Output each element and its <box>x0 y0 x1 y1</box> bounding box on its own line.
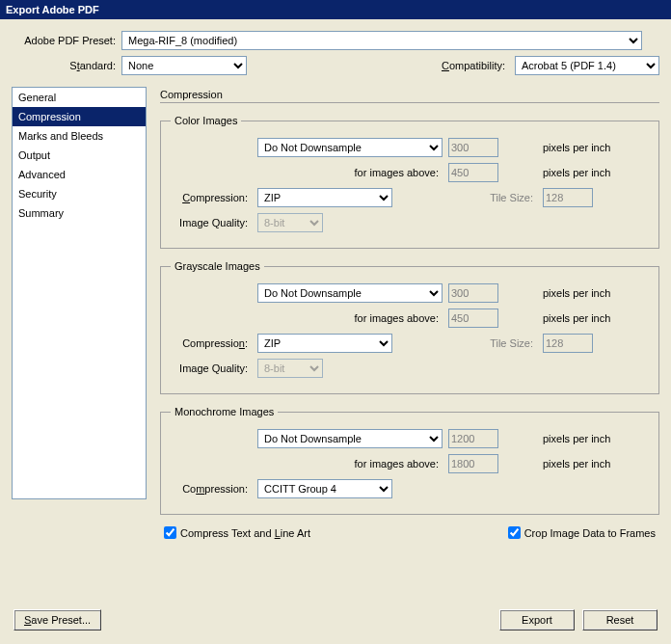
compress-text-checkbox[interactable]: Compress Text and Line Art <box>164 526 310 539</box>
export-button[interactable]: Export <box>499 609 575 631</box>
gray-quality-select: 8-bit <box>257 359 323 378</box>
content-header: Compression <box>160 87 659 103</box>
crop-image-label: Crop Image Data to Frames <box>524 527 656 539</box>
dialog-body: Adobe PDF Preset: Mega-RIF_8 (modified) … <box>0 19 671 644</box>
sidebar-item-output[interactable]: Output <box>13 146 146 165</box>
window-titlebar: Export Adobe PDF <box>0 0 671 19</box>
monochrome-images-group: Monochrome Images Do Not Downsample pixe… <box>160 406 659 515</box>
color-tile-label: Tile Size: <box>448 192 537 203</box>
preset-select[interactable]: Mega-RIF_8 (modified) <box>121 31 642 50</box>
mono-compression-select[interactable]: CCITT Group 4 <box>257 479 392 498</box>
standard-select[interactable]: None <box>121 56 247 75</box>
gray-tile-label: Tile Size: <box>448 337 537 349</box>
gray-unit-label-2: pixels per inch <box>543 312 631 324</box>
color-dpi-input <box>448 138 498 157</box>
gray-compression-label: Compression: <box>171 337 252 349</box>
color-images-legend: Color Images <box>171 115 241 126</box>
sidebar-item-security[interactable]: Security <box>13 184 146 203</box>
gray-above-dpi-input <box>448 309 498 328</box>
color-unit-label-2: pixels per inch <box>543 167 631 178</box>
compatibility-label: Compatibility: <box>442 60 509 71</box>
gray-downsample-select[interactable]: Do Not Downsample <box>257 283 443 303</box>
mono-unit-label-2: pixels per inch <box>543 458 631 470</box>
gray-dpi-input <box>448 283 498 303</box>
gray-compression-select[interactable]: ZIP <box>257 334 392 353</box>
compress-text-checkbox-input[interactable] <box>164 526 176 539</box>
mono-dpi-input <box>448 429 498 448</box>
mono-downsample-select[interactable]: Do Not Downsample <box>257 429 443 448</box>
color-above-label: for images above: <box>257 167 443 178</box>
compress-text-label: Compress Text and Line Art <box>180 527 310 539</box>
mono-above-dpi-input <box>448 454 498 473</box>
mono-above-label: for images above: <box>257 458 443 470</box>
color-quality-select: 8-bit <box>257 213 323 232</box>
color-downsample-select[interactable]: Do Not Downsample <box>257 138 443 157</box>
color-unit-label: pixels per inch <box>543 142 631 153</box>
color-compression-select[interactable]: ZIP <box>257 188 392 207</box>
save-preset-button[interactable]: Save Preset... <box>13 609 101 631</box>
gray-above-label: for images above: <box>257 312 443 324</box>
preset-label: Adobe PDF Preset: <box>12 35 116 46</box>
crop-image-checkbox[interactable]: Crop Image Data to Frames <box>508 526 656 539</box>
sidebar-item-compression[interactable]: Compression <box>13 107 146 126</box>
color-images-group: Color Images Do Not Downsample pixels pe… <box>160 115 659 249</box>
compatibility-select[interactable]: Acrobat 5 (PDF 1.4) <box>515 56 659 75</box>
crop-image-checkbox-input[interactable] <box>508 526 521 539</box>
gray-tile-input <box>543 334 593 353</box>
mono-unit-label: pixels per inch <box>543 433 631 444</box>
reset-button[interactable]: Reset <box>582 609 658 631</box>
color-quality-label: Image Quality: <box>171 217 252 228</box>
mono-compression-label: Compression: <box>171 483 252 495</box>
category-sidebar: General Compression Marks and Bleeds Out… <box>12 87 147 499</box>
standard-label: Standard: <box>12 60 116 71</box>
color-tile-input <box>543 188 593 207</box>
gray-quality-label: Image Quality: <box>171 362 252 374</box>
sidebar-item-summary[interactable]: Summary <box>13 203 146 223</box>
color-above-dpi-input <box>448 163 498 182</box>
grayscale-images-legend: Grayscale Images <box>171 260 264 272</box>
monochrome-images-legend: Monochrome Images <box>171 406 278 417</box>
sidebar-item-marks-and-bleeds[interactable]: Marks and Bleeds <box>13 126 146 146</box>
sidebar-item-general[interactable]: General <box>13 88 146 107</box>
gray-unit-label: pixels per inch <box>543 287 631 299</box>
content-panel: Compression Color Images Do Not Downsamp… <box>160 87 659 539</box>
color-compression-label: Compression: <box>171 192 252 203</box>
grayscale-images-group: Grayscale Images Do Not Downsample pixel… <box>160 260 659 394</box>
sidebar-item-advanced[interactable]: Advanced <box>13 165 146 184</box>
